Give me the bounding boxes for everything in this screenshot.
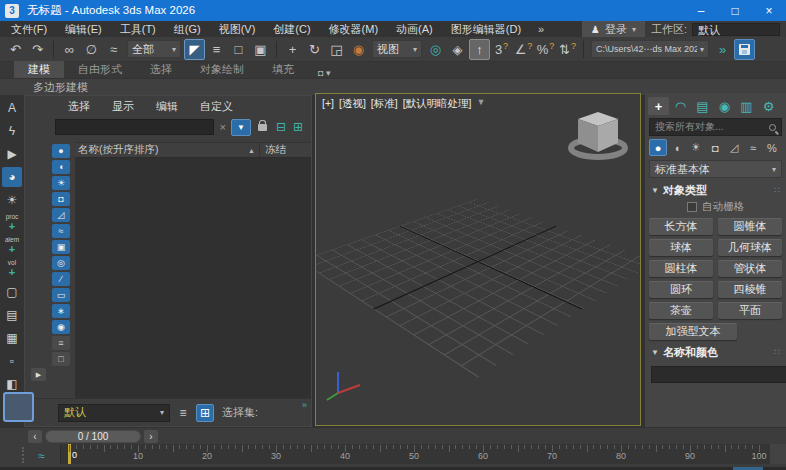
ribbon-tab-选择[interactable]: 选择	[136, 61, 186, 78]
name-color-rollout[interactable]: ▼ 名称和颜色 ∷	[648, 343, 783, 361]
toolbar-overflow[interactable]: »	[712, 39, 733, 60]
primitive-button-平面[interactable]: 平面	[718, 302, 782, 319]
tab-display[interactable]: ▥	[736, 97, 757, 115]
filter-helpers-icon[interactable]: ◿	[52, 208, 70, 222]
object-name-input[interactable]	[651, 366, 786, 383]
filter-box-icon[interactable]: □	[52, 352, 70, 366]
menu-item[interactable]: 视图(V)	[210, 22, 265, 37]
bind-to-space-warp-icon[interactable]: ≈	[103, 39, 124, 60]
select-and-rotate-icon[interactable]: ↻	[304, 39, 325, 60]
cat-spacewarps-icon[interactable]: ≈	[744, 139, 762, 156]
viewcube[interactable]	[560, 104, 634, 166]
image-stack-icon[interactable]: ▦	[2, 328, 22, 348]
viewport-filter-icon[interactable]: ▼	[477, 97, 486, 111]
viewport-menu-shading[interactable]: [默认明暗处理]	[403, 97, 472, 111]
proc-create-icon[interactable]: proc+	[2, 213, 22, 233]
tab-utilities[interactable]: ⚙	[758, 97, 779, 115]
primitive-button-四棱锥[interactable]: 四棱锥	[718, 281, 782, 298]
scene-explorer-teapot-icon[interactable]: ◕	[2, 167, 22, 187]
column-name[interactable]: 名称(按升序排序) ▲	[75, 143, 259, 157]
viewport-render-icon[interactable]: ϟ	[2, 121, 22, 141]
ribbon-tab-自由形式[interactable]: 自由形式	[64, 61, 136, 78]
select-object-icon[interactable]: ◤	[184, 39, 205, 60]
collapse-tree-icon[interactable]: ⊟	[274, 120, 288, 134]
menu-item[interactable]: 文件(F)	[2, 22, 56, 37]
primitive-button-管状体[interactable]: 管状体	[718, 260, 782, 277]
track-bar-ruler[interactable]: 0 102030405060708090100	[60, 444, 786, 464]
filter-groups-icon[interactable]: ▣	[52, 240, 70, 254]
primitive-button-茶壶[interactable]: 茶壶	[649, 302, 713, 319]
scene-explorer-list[interactable]	[75, 158, 311, 398]
ribbon-tab-对象绘制[interactable]: 对象绘制	[186, 61, 258, 78]
containers-icon[interactable]: ▢	[2, 282, 22, 302]
cat-shapes-icon[interactable]: ◖	[668, 139, 686, 156]
ribbon-tab-建模[interactable]: 建模	[14, 61, 64, 78]
tab-create[interactable]: +	[648, 97, 669, 115]
footer-overflow-chevron[interactable]: »	[302, 400, 307, 410]
primitive-button-球体[interactable]: 球体	[649, 239, 713, 256]
viewport-layout-a-icon[interactable]: A	[2, 98, 22, 118]
snap-toggle-3d-icon[interactable]: 3?	[491, 39, 512, 60]
viewport-play-icon[interactable]: ▶	[2, 144, 22, 164]
filter-hidden-icon[interactable]: ◉	[52, 320, 70, 334]
primitive-button-圆柱体[interactable]: 圆柱体	[649, 260, 713, 277]
cat-geometry-icon[interactable]: ●	[649, 139, 667, 156]
undo-icon[interactable]: ↶	[5, 39, 26, 60]
menu-item[interactable]: 动画(A)	[387, 22, 442, 37]
autogrid-checkbox[interactable]	[687, 202, 697, 212]
select-and-manipulate-icon[interactable]: ◈	[447, 39, 468, 60]
cat-systems-icon[interactable]: %	[763, 139, 781, 156]
menu-item[interactable]: 组(G)	[165, 22, 210, 37]
scene-explorer-search-input[interactable]	[55, 119, 214, 135]
explorer-play-icon[interactable]: ▶	[31, 368, 46, 381]
primitive-button-几何球体[interactable]: 几何球体	[718, 239, 782, 256]
command-panel-search[interactable]: 搜索所有对象...	[649, 118, 782, 136]
perspective-viewport[interactable]: [+] [透视] [标准] [默认明暗处理] ▼	[315, 93, 641, 426]
menu-item[interactable]: 修改器(M)	[320, 22, 388, 37]
filter-icon[interactable]: ▼	[231, 119, 251, 136]
viewport-menu-standard[interactable]: [标准]	[371, 97, 398, 111]
project-folder-dropdown[interactable]: C:\Users\42⋯ds Max 2026▾	[591, 40, 709, 58]
lock-icon[interactable]	[258, 124, 267, 131]
explorer-menu-选择[interactable]: 选择	[57, 99, 101, 114]
minimize-button[interactable]: –	[684, 0, 718, 21]
light-explorer-icon[interactable]: ☀	[2, 190, 22, 210]
maximize-button[interactable]: □	[718, 0, 752, 21]
tab-hierarchy[interactable]: ▤	[692, 97, 713, 115]
expand-tree-icon[interactable]: ⊞	[291, 120, 305, 134]
primitive-button-圆环[interactable]: 圆环	[649, 281, 713, 298]
cat-cameras-icon[interactable]: ◘	[706, 139, 724, 156]
primitive-category-dropdown[interactable]: 标准基本体 ▾	[649, 160, 782, 178]
filter-bone-icon[interactable]: ∕	[52, 272, 70, 286]
percent-snap-icon[interactable]: %?	[535, 39, 556, 60]
hierarchy-toggle-icon[interactable]: ⊞	[196, 404, 214, 422]
column-frozen[interactable]: 冻结	[259, 143, 311, 157]
selection-sets-icon[interactable]: ▫	[2, 351, 22, 371]
primitive-button-圆锥体[interactable]: 圆锥体	[718, 218, 782, 235]
workspace-dropdown[interactable]: 默认	[692, 23, 780, 36]
viewport-menu-pov[interactable]: [透视]	[339, 97, 366, 111]
cat-lights-icon[interactable]: ☀	[687, 139, 705, 156]
track-bar-grip[interactable]	[22, 447, 24, 463]
redo-icon[interactable]: ↷	[27, 39, 48, 60]
active-layer-dropdown[interactable]: 默认 ▾	[58, 404, 170, 422]
filter-frozen-icon[interactable]: ∗	[52, 304, 70, 318]
cat-helpers-icon[interactable]: ◿	[725, 139, 743, 156]
mini-curve-editor-icon[interactable]: ≈	[32, 448, 51, 463]
time-slider[interactable]: 0 / 100	[45, 430, 141, 443]
tab-modify[interactable]: ◠	[670, 97, 691, 115]
layer-stack-toggle-icon[interactable]: ≡	[174, 404, 192, 422]
previous-frame-button[interactable]: ‹	[28, 430, 42, 443]
select-and-place-icon[interactable]: ◉	[348, 39, 369, 60]
layer-stack-icon[interactable]: ▤	[2, 305, 22, 325]
primitive-button-长方体[interactable]: 长方体	[649, 218, 713, 235]
keyboard-override-icon[interactable]: ↑	[469, 39, 490, 60]
next-frame-button[interactable]: ›	[144, 430, 158, 443]
ribbon-display-dropdown-icon[interactable]: ◘ ▾	[318, 68, 330, 78]
vol-create-icon[interactable]: vol+	[2, 259, 22, 279]
close-button[interactable]: ×	[752, 0, 786, 21]
tab-motion[interactable]: ◉	[714, 97, 735, 115]
filter-frame-icon[interactable]: ▭	[52, 288, 70, 302]
filter-xrefs-icon[interactable]: ◎	[52, 256, 70, 270]
filter-list-icon[interactable]: ≡	[52, 336, 70, 350]
